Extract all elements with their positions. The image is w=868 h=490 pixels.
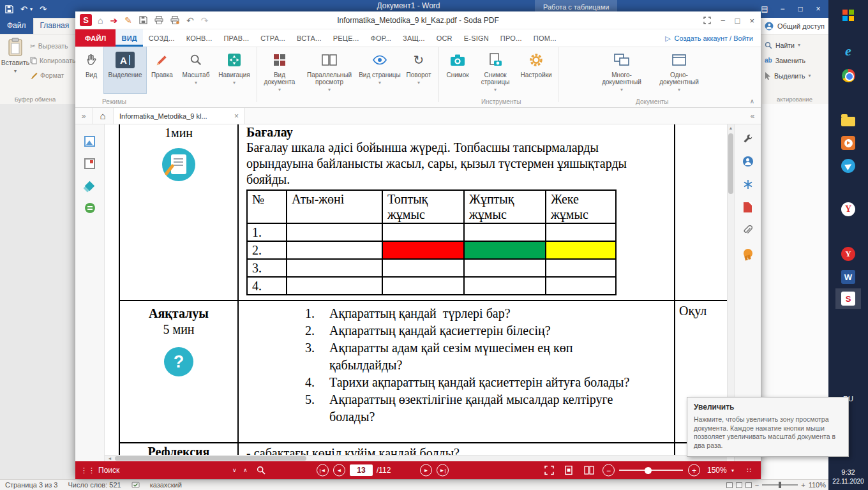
ribbon-button-snapshot[interactable]: Снимок <box>441 47 474 93</box>
word-undo-dropdown-icon[interactable]: ▾ <box>30 6 33 12</box>
print-icon[interactable] <box>154 16 163 24</box>
page-layout-icon[interactable] <box>584 466 594 475</box>
next-page-button[interactable]: ► <box>420 464 432 477</box>
taskbar-item-ie[interactable]: e <box>835 41 861 61</box>
ribbon-button-edit[interactable]: Правка <box>146 47 178 93</box>
layers-panel-icon[interactable] <box>84 179 96 192</box>
undo-icon[interactable]: ↶ <box>186 11 194 29</box>
menu-tab-file[interactable]: ФАЙЛ <box>75 29 116 47</box>
menu-tab-edit[interactable]: ПРАВ... <box>218 29 255 47</box>
soda-minimize-icon[interactable]: − <box>721 16 726 26</box>
ribbon-button-rotate[interactable]: ↻ Поворот ▾ <box>401 47 437 93</box>
comments-panel-icon[interactable] <box>84 202 96 214</box>
dropdown-caret-icon[interactable]: ▾ <box>233 80 236 85</box>
zoom-level-label[interactable]: 150% <box>707 466 727 475</box>
first-page-button[interactable]: |◄ <box>317 464 329 477</box>
menu-tab-view[interactable]: ВИД <box>116 29 142 47</box>
search-next-icon[interactable]: ∧ <box>243 467 248 473</box>
dropdown-caret-icon[interactable]: ▾ <box>494 87 497 93</box>
word-view-web-icon[interactable] <box>745 482 752 488</box>
statusbar-grip-icon[interactable]: ⋮⋮ <box>80 466 96 475</box>
ribbon-button-single-document[interactable]: Одно-документный ▾ <box>651 47 707 93</box>
word-redo-icon[interactable]: ↷ <box>40 4 47 14</box>
dropdown-caret-icon[interactable]: ▾ <box>620 87 623 93</box>
taskbar-item-telegram[interactable] <box>835 156 861 176</box>
dropdown-caret-icon[interactable]: ▾ <box>417 80 420 85</box>
dropdown-caret-icon[interactable]: ▾ <box>678 87 680 93</box>
horizontal-scrollbar[interactable]: ◄ <box>105 455 727 461</box>
select-dropdown-icon[interactable]: ▾ <box>808 73 811 78</box>
menu-tab-review[interactable]: РЕЦЕ... <box>327 29 365 47</box>
word-wordcount-indicator[interactable]: Число слов: 521 <box>68 481 121 489</box>
zoom-dropdown-icon[interactable]: ▾ <box>731 468 734 473</box>
ribbon-button-settings[interactable]: Настройки <box>516 47 556 93</box>
word-language-indicator[interactable]: казахский <box>150 481 182 489</box>
ribbon-collapse-icon[interactable]: ∧ <box>750 98 754 105</box>
ribbon-button-view[interactable]: Вид <box>79 47 104 93</box>
tab-close-icon[interactable]: × <box>234 112 239 121</box>
search-prev-icon[interactable]: ∨ <box>232 467 237 473</box>
taskbar-item-yandex-browser[interactable]: Y <box>835 199 861 219</box>
word-zoom-in-icon[interactable]: + <box>801 481 805 489</box>
last-page-button[interactable]: ►| <box>437 464 449 477</box>
redo-icon[interactable]: ↷ <box>201 11 209 29</box>
fullscreen-mode-icon[interactable] <box>544 466 554 475</box>
menu-tab-secure[interactable]: ЗАЩ... <box>397 29 431 47</box>
pen-icon[interactable]: ✎ <box>124 11 132 29</box>
ribbon-button-page-view[interactable]: Вид страницы ▾ <box>359 47 401 93</box>
create-account-link[interactable]: ▷ Создать аккаунт / Войти <box>665 29 753 47</box>
ribbon-button-zoom[interactable]: Масштаб ▾ <box>178 47 214 93</box>
menu-tab-help[interactable]: ПОМ... <box>528 29 562 47</box>
ribbon-button-navigation[interactable]: Навигация ▾ <box>214 47 255 93</box>
ribbon-button-page-snapshot[interactable]: Снимок страницы ▾ <box>474 47 516 93</box>
soda-fullscreen-icon[interactable] <box>703 17 711 24</box>
tabs-scroll-right-icon[interactable]: « <box>744 108 761 124</box>
taskbar-item-chrome[interactable] <box>835 65 861 85</box>
paste-dropdown-icon[interactable]: ▾ <box>14 68 17 74</box>
pdf-viewport[interactable]: 1мин Бағалау Бағалау шкала әдісі бойынша… <box>105 124 734 461</box>
word-save-icon[interactable] <box>5 5 13 13</box>
word-zoom-level[interactable]: 110% <box>809 481 826 489</box>
zoom-slider-knob[interactable] <box>645 467 652 474</box>
zoom-out-button[interactable]: − <box>602 464 615 477</box>
dropdown-caret-icon[interactable]: ▾ <box>278 87 281 93</box>
previous-page-button[interactable]: ◄ <box>333 464 345 477</box>
share-button[interactable]: Общий доступ <box>761 18 828 34</box>
word-page-indicator[interactable]: Страница 3 из 3 <box>5 481 57 489</box>
zoom-slider[interactable] <box>619 470 683 471</box>
menu-tab-pro[interactable]: ПРО... <box>495 29 528 47</box>
select-button[interactable]: Выделить ▾ <box>765 70 811 81</box>
find-button[interactable]: Найти ▾ <box>765 40 811 50</box>
copy-button[interactable]: Копировать <box>30 55 75 66</box>
word-tab-file[interactable]: Файл <box>0 18 33 34</box>
vertical-scroll-thumb[interactable] <box>728 133 733 194</box>
stamp-badge-icon[interactable] <box>742 247 754 260</box>
ribbon-button-select[interactable]: A Выделение <box>104 47 146 93</box>
format-painter-button[interactable]: Формат <box>30 70 75 81</box>
scroll-left-icon[interactable]: ◄ <box>106 456 114 461</box>
ribbon-button-document-view[interactable]: Вид документа ▾ <box>259 47 300 93</box>
menu-tab-convert[interactable]: КОНВ... <box>181 29 218 47</box>
home-tab-icon[interactable]: ⌂ <box>92 108 114 124</box>
start-button[interactable] <box>835 5 861 26</box>
soda-close-icon[interactable]: × <box>749 16 754 26</box>
ribbon-button-parallel-view[interactable]: Параллельный просмотр ▾ <box>300 47 359 93</box>
taskbar-item-soda-pdf[interactable]: S <box>835 288 861 309</box>
menu-tab-create[interactable]: СОЗД... <box>143 29 181 47</box>
review-person-icon[interactable] <box>742 155 754 168</box>
menu-tab-ocr[interactable]: OCR <box>431 29 458 47</box>
word-zoom-out-icon[interactable]: − <box>755 481 759 489</box>
word-minimize-icon[interactable]: − <box>774 0 791 18</box>
taskbar-item-media[interactable] <box>835 133 861 153</box>
dropdown-caret-icon[interactable]: ▾ <box>328 87 331 93</box>
menu-tab-forms[interactable]: ФОР... <box>365 29 398 47</box>
word-view-read-icon[interactable] <box>726 482 733 488</box>
statusbar-grip-icon[interactable]: ∷ <box>747 466 752 475</box>
dropdown-caret-icon[interactable]: ▾ <box>378 80 381 85</box>
ribbon-button-multi-document[interactable]: Много-документный ▾ <box>592 47 651 93</box>
menu-tab-pages[interactable]: СТРА... <box>255 29 291 47</box>
page-number-input[interactable]: 13 <box>350 464 373 476</box>
word-zoom-slider[interactable] <box>762 484 798 486</box>
tools-wrench-icon[interactable] <box>742 132 754 145</box>
document-tab[interactable]: Informatika_Metodika_9 kl... × <box>114 108 245 124</box>
